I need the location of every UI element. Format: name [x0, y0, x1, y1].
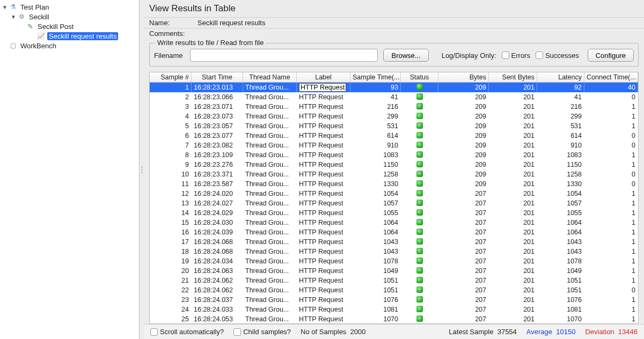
- col-sample[interactable]: Sample #: [150, 72, 192, 82]
- tree-item-seckill-post[interactable]: Seckill Post: [0, 21, 139, 31]
- cell-sent: 201: [489, 218, 537, 227]
- col-start[interactable]: Start Time: [192, 72, 243, 82]
- cell-latency: 910: [537, 141, 584, 150]
- cell-sent: 201: [489, 198, 537, 208]
- table-row[interactable]: 2016:28:24.063Thread Grou...HTTP Request…: [150, 266, 638, 276]
- table-row[interactable]: 216:28:23.066Thread Grou...HTTP Request4…: [150, 92, 638, 102]
- table-row[interactable]: 1916:28:24.034Thread Grou...HTTP Request…: [150, 256, 638, 266]
- cell-start: 16:28:24.037: [192, 295, 243, 305]
- tree-item-seckill[interactable]: ▼ Seckill: [0, 12, 139, 21]
- disclosure-triangle-icon[interactable]: ▼: [1, 4, 9, 10]
- write-results-fieldset: Write results to file / Read from file F…: [149, 43, 639, 67]
- table-row[interactable]: 1016:28:23.371Thread Grou...HTTP Request…: [150, 170, 638, 179]
- cell-connect: 40: [584, 83, 638, 92]
- scroll-auto-label: Scroll automatically?: [160, 328, 224, 336]
- col-connect[interactable]: Connect Time(...: [584, 72, 638, 82]
- cell-label: HTTP Request: [297, 102, 350, 112]
- col-bytes[interactable]: Bytes: [438, 72, 489, 82]
- table-row[interactable]: 816:28:23.109Thread Grou...HTTP Request1…: [150, 150, 638, 160]
- col-thread[interactable]: Thread Name: [243, 72, 297, 82]
- cell-sent: 201: [489, 208, 537, 218]
- table-row[interactable]: 1816:28:24.068Thread Grou...HTTP Request…: [150, 247, 638, 256]
- cell-thread: Thread Grou...: [243, 305, 297, 314]
- name-label: Name:: [149, 19, 197, 27]
- cell-sample: 9: [150, 160, 192, 170]
- scroll-auto-checkbox[interactable]: Scroll automatically?: [150, 328, 224, 336]
- table-row[interactable]: 1616:28:24.039Thread Grou...HTTP Request…: [150, 227, 638, 237]
- table-row[interactable]: 1316:28:24.027Thread Grou...HTTP Request…: [150, 198, 638, 208]
- cell-bytes: 207: [438, 208, 489, 218]
- cell-label: HTTP Request: [297, 179, 350, 189]
- browse-button[interactable]: Browse...: [383, 49, 428, 62]
- cell-sent: 201: [489, 92, 537, 102]
- cell-sent: 201: [489, 121, 537, 131]
- table-row[interactable]: 1716:28:24.068Thread Grou...HTTP Request…: [150, 237, 638, 247]
- cell-sample-time: 1330: [350, 179, 401, 189]
- tree-panel[interactable]: ▼ Test Plan ▼ Seckill Seckill Post Secki…: [0, 0, 140, 339]
- results-table: Sample # Start Time Thread Name Label Sa…: [149, 72, 639, 324]
- successes-checkbox[interactable]: Successes: [536, 51, 579, 60]
- name-value[interactable]: Seckill request results: [197, 19, 639, 27]
- table-row[interactable]: 2416:28:24.033Thread Grou...HTTP Request…: [150, 305, 638, 314]
- table-row[interactable]: 116:28:23.013Thread Grou...HTTP Request9…: [150, 83, 638, 92]
- table-row[interactable]: 316:28:23.071Thread Grou...HTTP Request2…: [150, 102, 638, 112]
- cell-bytes: 209: [438, 112, 489, 121]
- table-row[interactable]: 616:28:23.077Thread Grou...HTTP Request6…: [150, 131, 638, 141]
- cell-thread: Thread Grou...: [243, 141, 297, 150]
- cell-sent: 201: [489, 266, 537, 276]
- child-samples-checkbox[interactable]: Child samples?: [233, 328, 291, 336]
- col-status[interactable]: Status: [401, 72, 438, 82]
- table-row[interactable]: 2216:28:24.062Thread Grou...HTTP Request…: [150, 285, 638, 295]
- table-row[interactable]: 916:28:23.276Thread Grou...HTTP Request1…: [150, 160, 638, 170]
- table-row[interactable]: 1516:28:24.030Thread Grou...HTTP Request…: [150, 218, 638, 227]
- cell-latency: 41: [537, 92, 584, 102]
- cell-thread: Thread Grou...: [243, 295, 297, 305]
- cell-sample-time: 216: [350, 102, 401, 112]
- configure-button[interactable]: Configure: [588, 49, 634, 62]
- cell-thread: Thread Grou...: [243, 198, 297, 208]
- status-ok-icon: [416, 103, 423, 109]
- table-row[interactable]: 1216:28:24.020Thread Grou...HTTP Request…: [150, 189, 638, 198]
- cell-bytes: 207: [438, 189, 489, 198]
- disclosure-triangle-icon[interactable]: ▼: [10, 14, 17, 20]
- tree-item-test-plan[interactable]: ▼ Test Plan: [0, 2, 139, 12]
- tree-item-seckill-results[interactable]: Seckill request results: [0, 31, 139, 41]
- table-row[interactable]: 1116:28:23.587Thread Grou...HTTP Request…: [150, 179, 638, 189]
- filename-input[interactable]: [190, 49, 378, 62]
- cell-label: HTTP Request: [297, 285, 350, 295]
- col-latency[interactable]: Latency: [537, 72, 584, 82]
- pane-splitter[interactable]: [140, 0, 144, 339]
- cell-bytes: 207: [438, 266, 489, 276]
- status-ok-icon: [416, 142, 423, 148]
- cell-connect: 1: [584, 247, 638, 256]
- cell-sample-time: 1150: [350, 160, 401, 170]
- errors-checkbox[interactable]: Errors: [502, 51, 530, 60]
- cell-latency: 531: [537, 121, 584, 131]
- table-row[interactable]: 516:28:23.057Thread Grou...HTTP Request5…: [150, 121, 638, 131]
- col-label[interactable]: Label: [297, 72, 350, 82]
- col-sample-time[interactable]: Sample Time(...: [350, 72, 401, 82]
- log-display-label: Log/Display Only:: [442, 51, 496, 60]
- table-body[interactable]: 116:28:23.013Thread Grou...HTTP Request9…: [150, 83, 638, 323]
- col-sent[interactable]: Sent Bytes: [489, 72, 537, 82]
- status-ok-icon: [416, 180, 423, 187]
- table-row[interactable]: 2516:28:24.053Thread Grou...HTTP Request…: [150, 314, 638, 323]
- tree-item-workbench[interactable]: WorkBench: [0, 41, 139, 50]
- cell-latency: 1043: [537, 247, 584, 256]
- table-row[interactable]: 2116:28:24.062Thread Grou...HTTP Request…: [150, 276, 638, 285]
- status-ok-icon: [416, 122, 423, 129]
- cell-sample-time: 299: [350, 112, 401, 121]
- cell-connect: 0: [584, 179, 638, 189]
- table-row[interactable]: 1416:28:24.029Thread Grou...HTTP Request…: [150, 208, 638, 218]
- table-row[interactable]: 2316:28:24.037Thread Grou...HTTP Request…: [150, 295, 638, 305]
- cell-sample: 8: [150, 150, 192, 160]
- cell-status: [401, 141, 438, 150]
- cell-sample-time: 1078: [350, 256, 401, 266]
- cell-bytes: 209: [438, 102, 489, 112]
- table-row[interactable]: 716:28:23.082Thread Grou...HTTP Request9…: [150, 141, 638, 150]
- cell-sample-time: 1054: [350, 189, 401, 198]
- cell-label: HTTP Request: [297, 208, 350, 218]
- table-row[interactable]: 416:28:23.073Thread Grou...HTTP Request2…: [150, 112, 638, 121]
- cell-connect: 0: [584, 92, 638, 102]
- app-root: ▼ Test Plan ▼ Seckill Seckill Post Secki…: [0, 0, 644, 339]
